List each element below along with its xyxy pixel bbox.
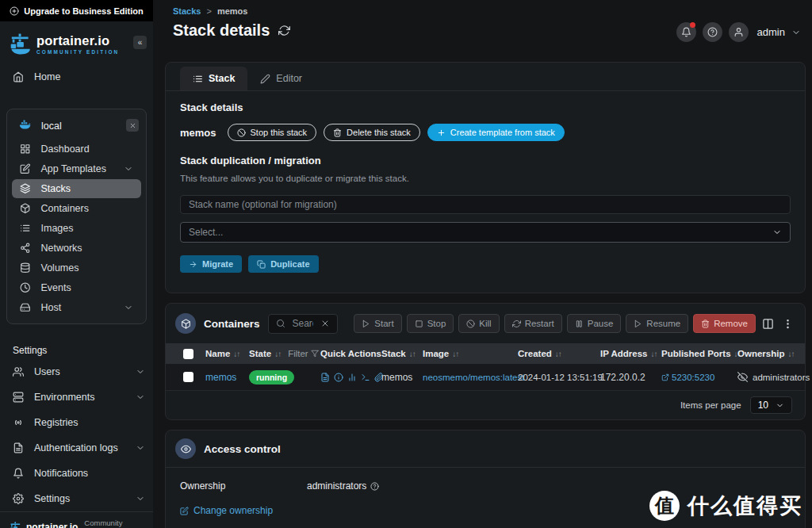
pause-button[interactable]: Pause	[567, 314, 622, 333]
stack-name-input[interactable]	[180, 195, 791, 214]
user-menu[interactable]: admin	[757, 26, 785, 38]
search-input[interactable]	[291, 317, 316, 330]
access-control-title: Access control	[204, 443, 281, 455]
breadcrumb: Stacks > memos	[173, 6, 247, 16]
page-title: Stack details	[173, 21, 270, 40]
auth-logs-icon	[13, 442, 24, 453]
containers-header: Containers Start Stop Kill Restart Pause…	[166, 304, 805, 343]
stop-stack-button[interactable]: Stop this stack	[228, 124, 317, 141]
create-template-button[interactable]: Create template from stack	[427, 124, 565, 141]
duplicate-button[interactable]: Duplicate	[248, 255, 319, 273]
play-icon	[362, 319, 370, 328]
refresh-icon	[512, 319, 521, 328]
tab-stack[interactable]: Stack	[180, 67, 247, 90]
sidebar-item-notifications[interactable]: Notifications	[0, 461, 153, 486]
console-icon[interactable]	[361, 373, 370, 382]
trash-icon	[333, 128, 342, 137]
upgrade-button[interactable]: Upgrade to Business Edition	[5, 6, 147, 17]
filter-icon	[311, 350, 319, 358]
remove-button[interactable]: Remove	[693, 314, 756, 333]
environment-select[interactable]: Select...	[180, 222, 791, 243]
inspect-icon[interactable]	[334, 373, 343, 382]
upgrade-label: Upgrade to Business Edition	[24, 6, 143, 16]
column-image[interactable]: Image↓↑	[423, 349, 518, 358]
migrate-button[interactable]: Migrate	[180, 255, 242, 273]
help-button[interactable]	[703, 22, 722, 42]
trash-icon	[701, 319, 710, 328]
sidebar-item-host[interactable]: Host	[12, 298, 141, 317]
sidebar-item-home[interactable]: Home	[0, 64, 153, 90]
kill-button[interactable]: Kill	[458, 314, 499, 333]
column-published-ports[interactable]: Published Ports↓↑	[661, 349, 737, 358]
start-button[interactable]: Start	[354, 314, 401, 333]
column-ip-address[interactable]: IP Address↓↑	[600, 349, 661, 358]
users-icon	[13, 366, 24, 377]
gear-icon	[13, 493, 24, 504]
chevron-down-icon[interactable]	[791, 28, 801, 37]
sidebar-item-environments[interactable]: Environments	[0, 385, 153, 410]
sidebar-collapse-button[interactable]: «	[133, 36, 147, 49]
environment-close-button[interactable]	[126, 119, 139, 132]
sidebar-item-volumes[interactable]: Volumes	[12, 258, 141, 277]
sidebar-item-authentication-logs[interactable]: Authentication logs	[0, 435, 153, 461]
state-filter[interactable]: Filter	[288, 349, 319, 358]
watermark-text: 什么值得买	[688, 492, 802, 520]
sidebar-footer: portainer.io Community Edition 2.19.4	[0, 511, 153, 528]
chevron-down-icon	[136, 392, 145, 402]
resume-button[interactable]: Resume	[626, 314, 688, 333]
select-all-checkbox[interactable]	[183, 349, 193, 359]
change-ownership-link[interactable]: Change ownership	[180, 505, 273, 516]
stop-button[interactable]: Stop	[407, 314, 454, 333]
column-quick-actions: Quick Actions	[320, 349, 381, 358]
status-badge: running	[249, 370, 294, 385]
sidebar-item-images[interactable]: Images	[12, 219, 141, 238]
stats-icon[interactable]	[347, 373, 357, 382]
sidebar-item-users[interactable]: Users	[0, 359, 153, 385]
refresh-icon	[278, 25, 290, 36]
sidebar-item-registries[interactable]: Registries	[0, 410, 153, 435]
help-icon	[707, 27, 718, 37]
column-stack[interactable]: Stack↓↑	[381, 349, 423, 358]
column-state[interactable]: State↓↑ Filter	[249, 349, 320, 358]
docker-whale-icon	[18, 120, 33, 132]
sidebar-item-stacks[interactable]: Stacks	[12, 179, 141, 198]
sidebar-item-networks[interactable]: Networks	[12, 239, 141, 258]
avatar[interactable]	[729, 22, 749, 42]
sidebar-item-settings[interactable]: Settings	[0, 486, 153, 511]
logs-icon[interactable]	[320, 373, 330, 382]
column-ownership[interactable]: Ownership↓↑	[737, 349, 805, 358]
column-name[interactable]: Name↓↑	[205, 349, 249, 358]
image-link[interactable]: neosmemo/memos:latest	[423, 373, 518, 382]
search-clear-icon[interactable]	[320, 319, 330, 328]
sidebar-item-containers[interactable]: Containers	[12, 199, 141, 218]
sidebar-item-events[interactable]: Events	[12, 278, 141, 297]
delete-stack-button[interactable]: Delete this stack	[324, 124, 420, 141]
chevron-down-icon	[136, 494, 145, 503]
restart-button[interactable]: Restart	[504, 314, 562, 333]
home-label: Home	[34, 71, 60, 82]
tab-editor[interactable]: Editor	[247, 67, 315, 90]
table-row: memos running memos neosmemo/memos:lates…	[166, 364, 805, 391]
sidebar-item-dashboard[interactable]: Dashboard	[12, 140, 141, 159]
items-per-page-select[interactable]: 10	[750, 396, 792, 414]
column-created[interactable]: Created↓↑	[518, 349, 600, 358]
refresh-button[interactable]	[278, 25, 290, 36]
table-settings-button[interactable]	[780, 316, 795, 331]
pagination: Items per page 10	[166, 391, 805, 419]
breadcrumb-stacks-link[interactable]: Stacks	[173, 6, 201, 16]
search-icon	[276, 319, 285, 328]
published-ports-link[interactable]: 5230:5230	[661, 373, 737, 382]
watermark: 值 什么值得买	[649, 491, 802, 521]
watermark-badge: 值	[649, 491, 680, 521]
sidebar-item-app-templates[interactable]: App Templates	[12, 159, 141, 178]
notifications-button[interactable]	[676, 22, 696, 42]
title-row: Stack details	[173, 21, 290, 40]
containers-panel: Containers Start Stop Kill Restart Pause…	[165, 303, 806, 420]
chevron-down-icon	[136, 367, 145, 377]
row-checkbox[interactable]	[183, 372, 193, 382]
breadcrumb-separator: >	[206, 6, 211, 16]
eye-off-icon	[737, 372, 748, 382]
settings-section-header: Settings	[13, 345, 153, 356]
container-name-link[interactable]: memos	[205, 372, 249, 383]
columns-toggle-button[interactable]	[760, 316, 776, 331]
